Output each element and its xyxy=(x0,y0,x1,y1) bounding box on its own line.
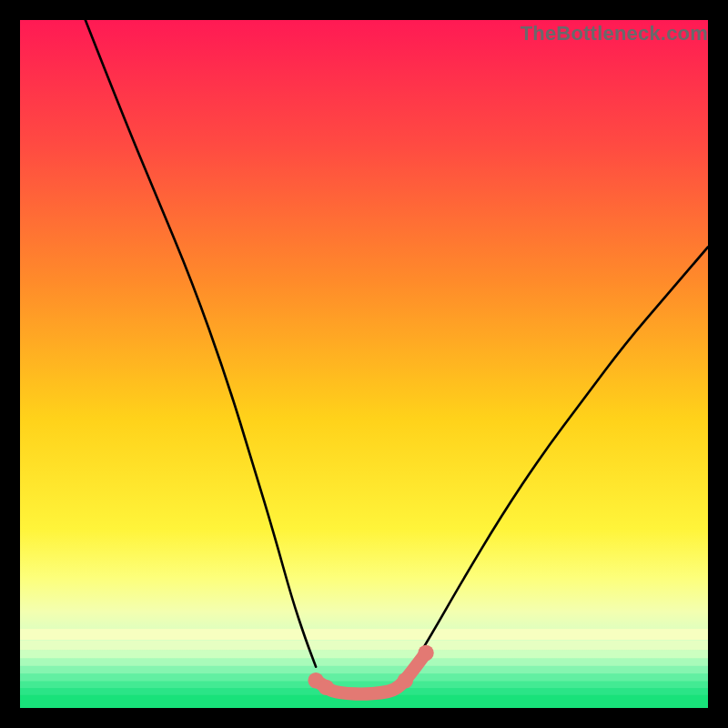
chart-background xyxy=(20,20,708,708)
svg-rect-2 xyxy=(20,650,708,658)
svg-rect-3 xyxy=(20,659,708,666)
curve-marker xyxy=(398,672,413,688)
curve-marker xyxy=(418,645,433,661)
chart-frame xyxy=(20,20,708,708)
bottleneck-curve-chart xyxy=(20,20,708,708)
svg-rect-6 xyxy=(20,682,708,689)
watermark: TheBottleneck.com xyxy=(521,22,708,46)
curve-marker xyxy=(318,680,334,695)
svg-rect-1 xyxy=(20,641,708,651)
svg-rect-0 xyxy=(20,629,708,640)
svg-rect-5 xyxy=(20,673,708,681)
svg-rect-4 xyxy=(20,666,708,673)
